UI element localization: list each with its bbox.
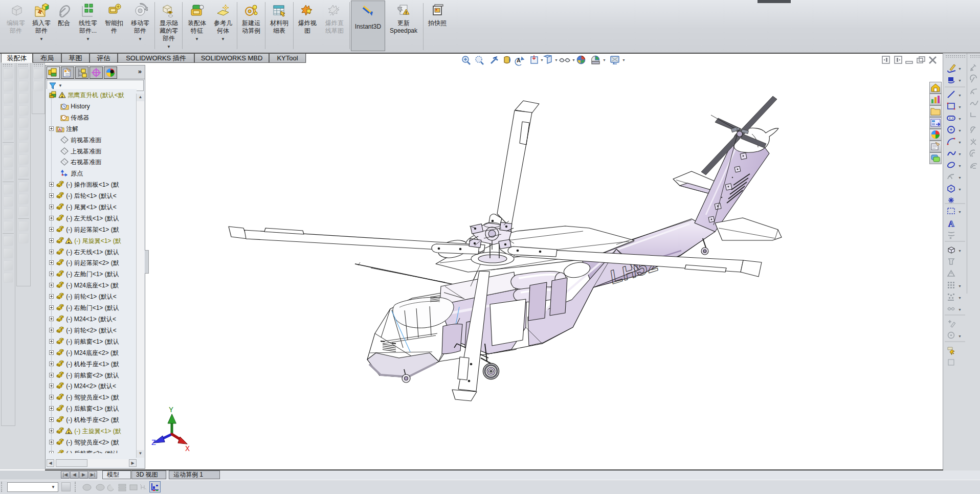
svg-text:▼: ▼ [603, 58, 606, 62]
svg-text:▼: ▼ [958, 141, 962, 144]
svg-text:▼: ▼ [958, 210, 962, 214]
svg-text:A: A [58, 127, 61, 132]
svg-text:▼: ▼ [958, 94, 962, 97]
svg-text:▼: ▼ [958, 308, 962, 311]
svg-text:Y: Y [169, 406, 173, 415]
svg-text:▼: ▼ [958, 284, 962, 288]
svg-text:▼: ▼ [958, 79, 962, 82]
svg-text:▼: ▼ [540, 58, 544, 62]
svg-text:▼: ▼ [958, 164, 962, 168]
svg-text:▼: ▼ [958, 249, 962, 253]
svg-text:Z: Z [151, 439, 156, 447]
svg-text:▼: ▼ [572, 58, 575, 62]
svg-text:▼: ▼ [958, 188, 962, 191]
svg-text:▼: ▼ [958, 152, 962, 156]
svg-text:▼: ▼ [958, 67, 962, 71]
svg-text:▼: ▼ [958, 105, 962, 109]
svg-text:▼: ▼ [958, 117, 962, 121]
svg-text:▼: ▼ [958, 176, 962, 179]
svg-text:A: A [948, 219, 954, 228]
svg-text:A: A [517, 57, 521, 63]
svg-text:▼: ▼ [958, 129, 962, 132]
svg-text:▼: ▼ [554, 58, 558, 62]
svg-text:▼: ▼ [622, 58, 626, 62]
svg-text:▼: ▼ [958, 296, 962, 300]
svg-text:X: X [185, 445, 190, 454]
svg-text:▼: ▼ [958, 334, 962, 338]
